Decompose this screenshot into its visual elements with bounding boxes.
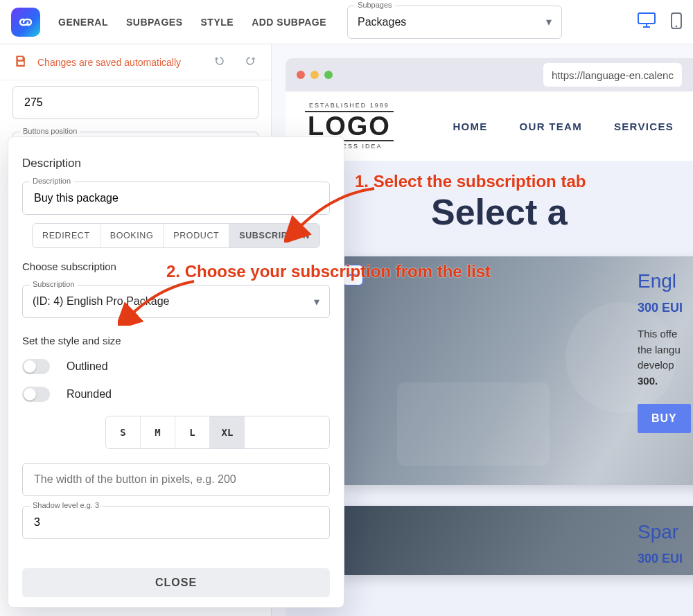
- rounded-toggle[interactable]: [22, 387, 50, 402]
- size-s[interactable]: S: [106, 416, 141, 448]
- nav-services[interactable]: SERVICES: [614, 121, 674, 132]
- button-width-input[interactable]: [33, 473, 319, 486]
- close-button[interactable]: CLOSE: [22, 568, 330, 597]
- shadow-field[interactable]: Shadow level e.g. 3: [22, 506, 330, 539]
- tab-redirect[interactable]: REDIRECT: [33, 224, 100, 247]
- window-maximize-icon: [324, 71, 333, 79]
- content-height-input[interactable]: [23, 96, 248, 109]
- site-header: ESTABLISHED 1989 LOGO BUSINESS IDEA HOME…: [286, 91, 693, 161]
- redo-icon[interactable]: [243, 54, 257, 71]
- nav-general[interactable]: GENERAL: [58, 17, 108, 28]
- description-field-label: Description: [30, 177, 73, 185]
- hero-title: Select a: [286, 161, 693, 249]
- nav-subpages[interactable]: SUBPAGES: [126, 17, 183, 28]
- window-close-icon: [297, 71, 305, 79]
- description-field[interactable]: Description: [22, 182, 330, 215]
- chevron-down-icon: ▾: [314, 295, 319, 308]
- preview-pane: https://language-en.calenc ESTABLISHED 1…: [286, 58, 693, 616]
- app-logo: [11, 8, 40, 37]
- subscription-select-value: (ID: 4) English Pro Package: [33, 295, 169, 308]
- mobile-icon[interactable]: [671, 12, 682, 32]
- undo-icon[interactable]: [213, 54, 227, 71]
- package-2-title: Spar: [638, 521, 693, 543]
- device-switcher: [638, 12, 682, 32]
- svg-point-2: [676, 25, 678, 27]
- collapse-button[interactable]: −: [342, 265, 363, 285]
- nav-style[interactable]: STYLE: [201, 17, 234, 28]
- size-xl[interactable]: XL: [210, 416, 245, 448]
- buy-button-1[interactable]: BUY: [638, 404, 691, 433]
- shadow-label: Shadow level e.g. 3: [30, 501, 102, 509]
- autosave-text: Changes are saved automatically: [37, 57, 181, 68]
- subscription-select[interactable]: Subscription (ID: 4) English Pro Package…: [22, 285, 330, 318]
- description-input[interactable]: [33, 191, 319, 205]
- site-nav: HOME OUR TEAM SERVICES: [453, 121, 674, 132]
- button-editor-modal: Description Description REDIRECT BOOKING…: [8, 137, 344, 608]
- size-l[interactable]: L: [175, 416, 210, 448]
- tab-subscription[interactable]: SUBSCRIPTION: [229, 224, 319, 247]
- save-bar: Changes are saved automatically: [0, 44, 271, 80]
- content-height-field[interactable]: [12, 86, 258, 119]
- buttons-position-label: Buttons position: [20, 127, 80, 135]
- nav-team[interactable]: OUR TEAM: [520, 121, 582, 132]
- chevron-down-icon: ▾: [546, 15, 552, 28]
- subpages-select-value: Packages: [358, 16, 406, 28]
- choose-subscription-label: Choose subscription: [22, 261, 330, 272]
- rounded-row: Rounded: [22, 387, 330, 402]
- package-1-price: 300 EUI: [638, 301, 693, 315]
- svg-rect-0: [638, 13, 655, 24]
- action-tabs: REDIRECT BOOKING PRODUCT SUBSCRIPTION: [32, 223, 320, 248]
- style-section-label: Set the style and size: [22, 335, 330, 346]
- link-icon: [17, 14, 34, 30]
- address-bar[interactable]: https://language-en.calenc: [543, 63, 682, 87]
- tab-booking[interactable]: BOOKING: [100, 224, 164, 247]
- subscription-select-label: Subscription: [30, 280, 78, 288]
- desktop-icon[interactable]: [638, 12, 656, 32]
- package-1-title: Engl: [638, 270, 693, 292]
- size-m[interactable]: M: [141, 416, 175, 448]
- outlined-row: Outlined: [22, 359, 330, 374]
- outlined-toggle[interactable]: [22, 359, 50, 374]
- shadow-input[interactable]: [33, 516, 319, 529]
- top-bar: GENERAL SUBPAGES STYLE ADD SUBPAGE Subpa…: [0, 0, 693, 44]
- package-card-2: Spar 300 EUI: [638, 521, 693, 566]
- package-card-1: Engl 300 EUI This offe the langu develop…: [638, 270, 693, 433]
- package-1-desc: This offe the langu develop 300.: [638, 326, 693, 389]
- nav-add-subpage[interactable]: ADD SUBPAGE: [252, 17, 326, 28]
- top-nav: GENERAL SUBPAGES STYLE ADD SUBPAGE: [58, 17, 326, 28]
- rounded-label: Rounded: [67, 388, 112, 401]
- size-group: S M L XL: [105, 416, 330, 449]
- package-2-price: 300 EUI: [638, 552, 693, 566]
- outlined-label: Outlined: [67, 360, 108, 373]
- window-minimize-icon: [310, 71, 319, 79]
- subpages-select[interactable]: Subpages Packages ▾: [347, 6, 562, 39]
- save-icon: [14, 54, 28, 71]
- tab-product[interactable]: PRODUCT: [164, 224, 229, 247]
- browser-bar: https://language-en.calenc: [286, 58, 693, 91]
- description-heading: Description: [22, 157, 330, 170]
- button-width-field[interactable]: [22, 463, 330, 496]
- logo-established: ESTABLISHED 1989: [309, 103, 389, 109]
- subpages-select-label: Subpages: [355, 1, 395, 9]
- nav-home[interactable]: HOME: [453, 121, 487, 132]
